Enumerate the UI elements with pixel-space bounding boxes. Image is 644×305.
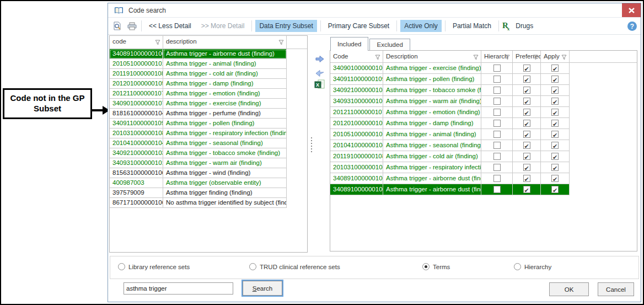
help-button[interactable]: ?	[627, 22, 637, 31]
left-table-row[interactable]: 340921000000103Asthma trigger - tobacco …	[110, 148, 307, 158]
preferred-checkbox[interactable]	[523, 164, 530, 171]
description-column-header[interactable]: Description	[383, 51, 481, 62]
left-table-row[interactable]: 340931000000101Asthma trigger - warm air…	[110, 158, 307, 168]
apply-checkbox[interactable]	[551, 76, 559, 83]
apply-checkbox[interactable]	[551, 87, 559, 94]
hierarchy-checkbox[interactable]	[493, 142, 501, 149]
preferred-checkbox[interactable]	[523, 87, 530, 94]
right-table-row[interactable]: 340901000000107Asthma trigger - exercise…	[330, 63, 637, 74]
apply-checkbox[interactable]	[551, 65, 559, 72]
search-button[interactable]: Search	[243, 281, 282, 296]
preview-button[interactable]	[111, 20, 124, 32]
ok-button[interactable]: OK	[549, 282, 589, 296]
left-table-row[interactable]: 815631000000106Asthma trigger - wind (fi…	[110, 168, 307, 178]
hierarchy-checkbox[interactable]	[493, 98, 501, 105]
left-table-row[interactable]: 340911000000109Asthma trigger - pollen (…	[110, 119, 307, 129]
apply-column-header[interactable]: Apply	[541, 51, 570, 62]
left-table-row[interactable]: 201041000000104Asthma trigger - seasonal…	[110, 138, 307, 148]
hierarchy-cell	[481, 107, 513, 118]
left-table-row[interactable]: 400987003Asthma trigger (observable enti…	[110, 178, 307, 188]
radio-terms[interactable]: Terms	[422, 263, 450, 270]
hierarchy-checkbox[interactable]	[493, 76, 501, 83]
right-table-row[interactable]: 340911000000109Asthma trigger - pollen (…	[330, 74, 637, 85]
primary-care-subset-toggle[interactable]: Primary Care Subset	[324, 20, 393, 32]
preferred-checkbox[interactable]	[523, 98, 530, 105]
tab-included[interactable]: Included	[330, 37, 368, 51]
print-button[interactable]	[126, 20, 138, 32]
right-table-row[interactable]: 201031000000108Asthma trigger - respirat…	[330, 162, 637, 173]
apply-checkbox[interactable]	[551, 186, 559, 193]
preferred-checkbox[interactable]	[523, 65, 530, 72]
include-button[interactable]	[315, 55, 324, 65]
data-entry-subset-toggle[interactable]: Data Entry Subset	[255, 20, 316, 32]
tab-excluded[interactable]: Excluded	[369, 39, 410, 51]
apply-checkbox[interactable]	[551, 120, 559, 127]
right-table-row[interactable]: 340931000000101Asthma trigger - warm air…	[330, 96, 637, 107]
hierarchy-checkbox[interactable]	[493, 131, 501, 138]
code-column-header[interactable]: code	[110, 36, 163, 49]
right-table-row[interactable]: 340891000000106Asthma trigger - airborne…	[330, 184, 637, 195]
exclude-button[interactable]	[315, 69, 324, 79]
apply-checkbox[interactable]	[551, 164, 559, 171]
right-table-row[interactable]: 201041000000104Asthma trigger - seasonal…	[330, 140, 637, 151]
partial-match-toggle[interactable]: Partial Match	[449, 20, 495, 32]
close-button[interactable]	[622, 3, 641, 17]
left-table-row[interactable]: 201031000000108Asthma trigger - respirat…	[110, 129, 307, 138]
right-table-row[interactable]: 201201000000105Asthma trigger - damp (fi…	[330, 118, 637, 129]
filter-icon	[505, 55, 510, 60]
preferred-checkbox[interactable]	[523, 186, 530, 193]
apply-checkbox[interactable]	[551, 131, 559, 138]
left-table-row[interactable]: 867171000000106No asthma trigger identif…	[110, 198, 307, 208]
left-table-row[interactable]: 201201000000105Asthma trigger - damp (fi…	[110, 79, 307, 89]
hierarchy-checkbox[interactable]	[493, 186, 501, 193]
apply-checkbox[interactable]	[551, 142, 559, 149]
header-filler	[570, 51, 637, 62]
apply-checkbox[interactable]	[551, 109, 559, 116]
right-table-row[interactable]: 201051000000101Asthma trigger - animal (…	[330, 129, 637, 140]
preferred-checkbox[interactable]	[523, 120, 530, 127]
left-table-row[interactable]: 201211000000107Asthma trigger - emotion …	[110, 89, 307, 99]
hierarchy-checkbox[interactable]	[493, 87, 501, 94]
left-table-row[interactable]: 397579009Asthma trigger finding (finding…	[110, 188, 307, 198]
right-table-row[interactable]: 340891000000106Asthma trigger - airborne…	[330, 173, 637, 184]
preferred-checkbox[interactable]	[523, 142, 530, 149]
hierarchy-checkbox[interactable]	[493, 164, 501, 171]
radio-hierarchy[interactable]: Hierarchy	[514, 263, 551, 270]
splitter-grip[interactable]	[311, 137, 313, 153]
preferred-checkbox[interactable]	[523, 131, 530, 138]
hierarchy-checkbox[interactable]	[493, 175, 501, 182]
hierarchy-checkbox[interactable]	[493, 109, 501, 116]
radio-trud-clinical-reference-sets[interactable]: TRUD clinical reference sets	[249, 263, 340, 270]
hierarchy-checkbox[interactable]	[493, 65, 501, 72]
left-table-row[interactable]: 201051000000101Asthma trigger - animal (…	[110, 59, 307, 69]
code-column-header[interactable]: Code	[330, 51, 383, 62]
active-only-toggle[interactable]: Active Only	[400, 20, 442, 32]
radio-library-reference-sets[interactable]: Library reference sets	[118, 263, 190, 270]
hierarchy-checkbox[interactable]	[493, 120, 501, 127]
right-table-row[interactable]: 201211000000107Asthma trigger - emotion …	[330, 107, 637, 118]
right-table-row[interactable]: 340921000000103Asthma trigger - tobacco …	[330, 85, 637, 96]
export-excel-button[interactable]: X	[314, 79, 325, 92]
preferred-checkbox[interactable]	[523, 153, 530, 160]
search-input[interactable]	[124, 282, 233, 295]
apply-checkbox[interactable]	[551, 98, 559, 105]
cancel-button[interactable]: Cancel	[598, 282, 634, 296]
hierarchy-checkbox[interactable]	[493, 153, 501, 160]
preferred-checkbox[interactable]	[523, 175, 530, 182]
preferred-checkbox[interactable]	[523, 109, 530, 116]
drugs-toggle[interactable]: Drugs	[512, 20, 537, 32]
left-table-row[interactable]: 818161000000104Asthma trigger - perfume …	[110, 109, 307, 119]
preferred-checkbox[interactable]	[523, 76, 530, 83]
description-column-header[interactable]: description	[163, 36, 287, 49]
book-icon	[112, 4, 125, 17]
less-detail-button[interactable]: << Less Detail	[145, 20, 195, 32]
left-table-row[interactable]: 340901000000107Asthma trigger - exercise…	[110, 99, 307, 109]
apply-checkbox[interactable]	[551, 153, 559, 160]
preferred-column-header[interactable]: Preferred	[513, 51, 541, 62]
hierarchy-column-header[interactable]: Hierarch	[481, 51, 513, 62]
apply-checkbox[interactable]	[551, 175, 559, 182]
more-detail-button[interactable]: >> More Detail	[197, 20, 249, 32]
left-table-row[interactable]: 201191000000108Asthma trigger - cold air…	[110, 69, 307, 79]
right-table-row[interactable]: 201191000000108Asthma trigger - cold air…	[330, 151, 637, 162]
left-table-row[interactable]: 340891000000106Asthma trigger - airborne…	[110, 49, 307, 59]
